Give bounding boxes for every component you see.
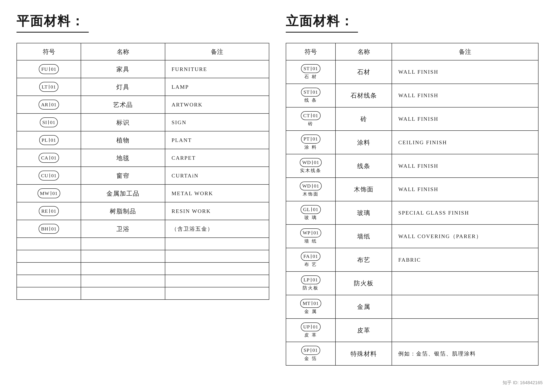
symbol-num: 01 xyxy=(52,190,58,197)
name-cell: 金属加工品 xyxy=(81,184,165,202)
note-cell xyxy=(392,271,538,295)
note-cell: 例如：金箔、银箔、肌理涂料 xyxy=(392,342,538,365)
left-table-row: MW 01 金属加工品 METAL WORK xyxy=(17,184,269,202)
symbol-divider xyxy=(50,227,50,231)
symbol-badge: BH 01 xyxy=(39,224,59,234)
symbol-cell: RE 01 xyxy=(17,202,81,220)
symbol-divider xyxy=(50,174,50,178)
symbol-code: MT xyxy=(303,300,311,307)
name-cell: 特殊材料 xyxy=(336,342,392,365)
empty-cell xyxy=(165,262,269,275)
note-cell xyxy=(392,319,538,342)
left-table-row xyxy=(17,238,269,250)
right-table-row: MT 01 金 属 金属 xyxy=(286,295,538,319)
symbol-divider xyxy=(49,85,49,89)
symbol-sublabel: 石 材 xyxy=(304,74,317,80)
symbol-code: MW xyxy=(40,190,50,197)
note-cell: METAL WORK xyxy=(165,184,269,202)
left-table-row: PL 01 植物 PLANT xyxy=(17,131,269,149)
left-table-row: LT 01 灯具 LAMP xyxy=(17,78,269,96)
empty-cell xyxy=(165,238,269,250)
symbol-sublabel: 实木线条 xyxy=(300,168,321,174)
symbol-badge: SP 01 xyxy=(301,346,321,355)
symbol-num: 01 xyxy=(51,207,56,215)
symbol-badge: CT 01 xyxy=(301,111,321,120)
symbol-divider xyxy=(312,231,312,235)
right-table-row: WD 01 木饰面 木饰面 WALL FINISH xyxy=(286,178,538,201)
symbol-wrapper: GL 01 玻 璃 xyxy=(291,205,330,221)
note-cell: SPECIAL GLASS FINISH xyxy=(392,201,538,225)
symbol-divider xyxy=(312,184,313,188)
empty-cell xyxy=(165,250,269,262)
right-title: 立面材料： xyxy=(286,12,358,33)
symbol-code: PT xyxy=(304,136,310,142)
empty-cell xyxy=(165,287,269,300)
note-cell: WALL COVERING（PARER） xyxy=(392,225,538,248)
symbol-badge: ST 01 xyxy=(301,88,321,97)
note-cell: SIGN xyxy=(165,114,269,131)
symbol-num: 01 xyxy=(312,347,318,353)
name-cell: 家具 xyxy=(81,60,165,78)
symbol-code: SP xyxy=(304,347,310,353)
left-header-symbol: 符号 xyxy=(17,43,81,60)
left-table-row: SI 01 标识 SIGN xyxy=(17,114,269,131)
right-table-row: WP 01 墙 纸 墙纸 WALL COVERING（PARER） xyxy=(286,225,538,248)
symbol-num: 01 xyxy=(313,277,318,283)
symbol-cell: FA 01 布 艺 xyxy=(286,248,336,271)
name-cell: 灯具 xyxy=(81,78,165,96)
symbol-divider xyxy=(50,156,50,160)
symbol-divider xyxy=(312,301,312,305)
symbol-code: BH xyxy=(41,225,48,232)
symbol-badge: CA 01 xyxy=(39,153,59,163)
symbol-code: FA xyxy=(303,253,310,260)
symbol-badge: WD 01 xyxy=(300,181,322,190)
symbol-cell: MW 01 xyxy=(17,184,81,202)
name-cell: 木饰面 xyxy=(336,178,392,201)
symbol-num: 01 xyxy=(314,300,319,307)
right-header-note: 备注 xyxy=(392,43,538,60)
right-table-row: GL 01 玻 璃 玻璃 SPECIAL GLASS FINISH xyxy=(286,201,538,225)
symbol-wrapper: SP 01 金 箔 xyxy=(291,346,330,362)
name-cell: 石材线条 xyxy=(336,84,392,107)
symbol-divider xyxy=(49,138,50,142)
left-table-row xyxy=(17,262,269,275)
symbol-sublabel: 金 属 xyxy=(304,309,317,315)
right-table-row: UP 01 皮 革 皮革 xyxy=(286,319,538,342)
symbol-wrapper: MT 01 金 属 xyxy=(291,299,330,315)
name-cell: 石材 xyxy=(336,60,392,84)
symbol-code: SI xyxy=(42,119,47,126)
symbol-code: RE xyxy=(41,207,48,215)
symbol-wrapper: FA 01 布 艺 xyxy=(291,252,330,268)
empty-cell xyxy=(81,250,165,262)
symbol-wrapper: WP 01 墙 纸 xyxy=(291,228,330,244)
symbol-cell: FU 01 xyxy=(17,60,81,78)
symbol-badge: SI 01 xyxy=(40,117,58,127)
symbol-sublabel: 砖 xyxy=(308,121,314,127)
symbol-cell: MT 01 金 属 xyxy=(286,295,336,319)
symbol-code: CT xyxy=(303,112,310,119)
symbol-num: 01 xyxy=(51,225,57,232)
symbol-sublabel: 墙 纸 xyxy=(304,238,317,244)
note-cell: ARTWORK xyxy=(165,96,269,114)
symbol-cell: CA 01 xyxy=(17,149,81,167)
symbol-divider xyxy=(311,254,311,259)
symbol-num: 01 xyxy=(314,183,319,189)
note-cell: RESIN WORK xyxy=(165,202,269,220)
name-cell: 卫浴 xyxy=(81,220,165,238)
left-table: 符号 名称 备注 FU 01 家具 FURNITURE LT xyxy=(16,43,269,300)
symbol-badge: AR 01 xyxy=(39,100,59,109)
left-table-row: BH 01 卫浴 （含卫浴五金） xyxy=(17,220,269,238)
symbol-code: WD xyxy=(302,183,311,189)
symbol-cell: WP 01 墙 纸 xyxy=(286,225,336,248)
symbol-divider xyxy=(48,120,49,124)
symbol-sublabel: 金 箔 xyxy=(304,356,317,362)
symbol-num: 01 xyxy=(313,65,318,72)
symbol-divider xyxy=(311,137,311,141)
symbol-cell: UP 01 皮 革 xyxy=(286,319,336,342)
symbol-badge: WP 01 xyxy=(300,228,321,237)
right-header-name: 名称 xyxy=(336,43,392,60)
symbol-badge: FU 01 xyxy=(39,64,59,74)
left-table-row: RE 01 树脂制品 RESIN WORK xyxy=(17,202,269,220)
symbol-sublabel: 防火板 xyxy=(303,285,319,291)
watermark: 知乎 ID: 164842165 xyxy=(503,380,543,386)
